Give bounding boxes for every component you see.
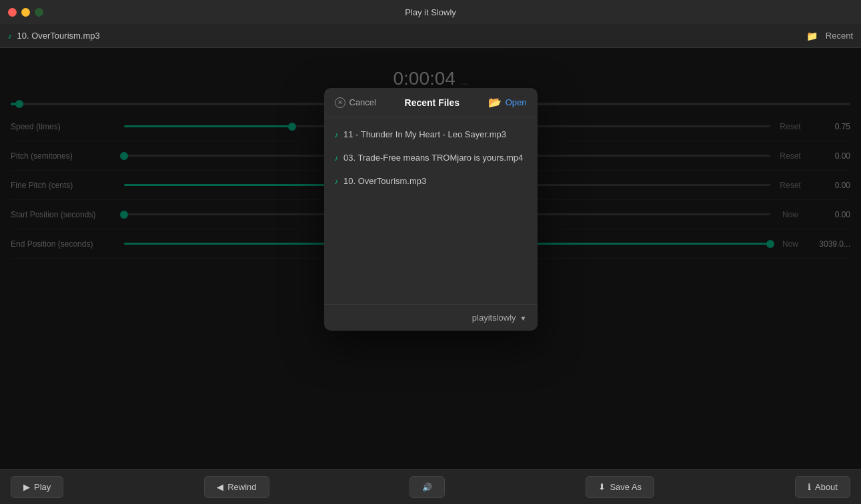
- cancel-button[interactable]: ✕ Cancel: [335, 97, 376, 108]
- modal-footer: playitslowly: [324, 304, 538, 331]
- playitslowly-button[interactable]: playitslowly: [472, 313, 527, 323]
- volume-icon: [422, 482, 432, 492]
- recent-button[interactable]: Recent: [826, 31, 853, 41]
- open-folder-icon: 📂: [488, 96, 502, 109]
- file-icon: ♪: [8, 32, 12, 40]
- rewind-icon: [217, 482, 223, 492]
- list-item[interactable]: 10. OverTourism.mp3: [324, 169, 538, 193]
- file-list: 11 - Thunder In My Heart - Leo Sayer.mp3…: [324, 117, 538, 304]
- save-as-label: Save As: [610, 482, 642, 492]
- about-label: About: [815, 482, 838, 492]
- window-title: Play it Slowly: [405, 7, 456, 17]
- file-bar-right: 📁 Recent: [806, 31, 853, 41]
- file-name-1: 11 - Thunder In My Heart - Leo Sayer.mp3: [343, 129, 506, 139]
- save-icon: [598, 482, 606, 492]
- save-as-button[interactable]: Save As: [586, 476, 654, 498]
- open-button[interactable]: 📂 Open: [488, 96, 527, 109]
- list-item[interactable]: 03. Trade-Free means TROMjaro is yours.m…: [324, 146, 538, 169]
- file-bar-left: ♪ 10. OverTourism.mp3: [8, 31, 100, 41]
- file-name-2: 03. Trade-Free means TROMjaro is yours.m…: [343, 153, 523, 163]
- file-name-3: 10. OverTourism.mp3: [343, 176, 426, 186]
- folder-icon[interactable]: 📁: [806, 31, 818, 41]
- maximize-button[interactable]: [35, 8, 43, 17]
- bottom-toolbar: Play Rewind Save As About: [0, 469, 861, 504]
- volume-button[interactable]: [409, 476, 445, 498]
- info-icon: [808, 482, 811, 492]
- modal-title: Recent Files: [381, 97, 483, 108]
- play-label: Play: [34, 482, 51, 492]
- about-button[interactable]: About: [795, 476, 850, 498]
- recent-files-modal: ✕ Cancel Recent Files 📂 Open 11 - Thunde…: [324, 88, 538, 331]
- music-icon: [335, 177, 339, 186]
- play-icon: [23, 482, 30, 492]
- playitslowly-label: playitslowly: [472, 313, 516, 323]
- list-item[interactable]: 11 - Thunder In My Heart - Leo Sayer.mp3: [324, 123, 538, 146]
- chevron-down-icon: [520, 313, 527, 323]
- cancel-icon: ✕: [335, 97, 345, 108]
- rewind-button[interactable]: Rewind: [204, 476, 269, 498]
- close-button[interactable]: [8, 8, 17, 17]
- cancel-label: Cancel: [349, 97, 376, 107]
- open-label: Open: [506, 97, 527, 107]
- music-icon: [335, 130, 339, 139]
- file-bar: ♪ 10. OverTourism.mp3 📁 Recent: [0, 24, 861, 48]
- modal-header: ✕ Cancel Recent Files 📂 Open: [324, 88, 538, 117]
- rewind-label: Rewind: [227, 482, 256, 492]
- play-button[interactable]: Play: [11, 476, 63, 498]
- current-file-name: 10. OverTourism.mp3: [17, 31, 100, 41]
- music-icon: [335, 153, 339, 163]
- window-controls: [8, 8, 43, 17]
- main-content: 0:00:04 ... Speed (times) Reset 0.75 Pit…: [0, 48, 861, 469]
- minimize-button[interactable]: [21, 8, 30, 17]
- modal-overlay[interactable]: ✕ Cancel Recent Files 📂 Open 11 - Thunde…: [0, 48, 861, 469]
- title-bar: Play it Slowly: [0, 0, 861, 24]
